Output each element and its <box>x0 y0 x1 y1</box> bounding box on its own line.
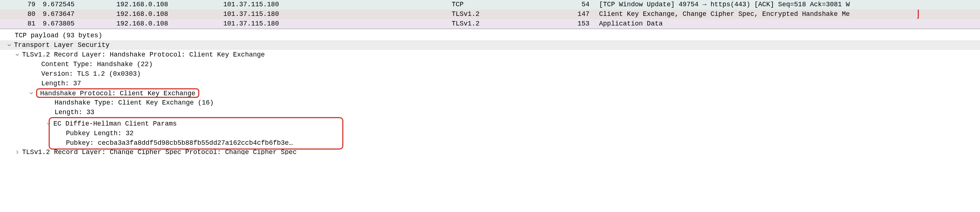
packet-row[interactable]: 81 9.673805 192.168.0.108 101.37.115.180… <box>0 19 980 29</box>
cell-no: 81 <box>0 19 41 28</box>
field-text: Transport Layer Security <box>14 41 110 50</box>
field-text: EC Diffie-Hellman Client Params <box>53 119 177 128</box>
field-text: Pubkey Length: 32 <box>66 129 134 138</box>
cell-time: 9.673805 <box>41 19 114 28</box>
field-text: TLSv1.2 Record Layer: Change Cipher Spec… <box>22 149 297 155</box>
info-text: Client Key Exchange, Change Cipher Spec,… <box>599 10 850 18</box>
cell-info: [TCP Window Update] 49754 → https(443) [… <box>597 0 980 9</box>
cell-no: 79 <box>0 0 41 9</box>
cell-src: 192.168.0.108 <box>114 0 221 9</box>
cell-info: Application Data <box>597 19 980 28</box>
packet-row[interactable]: 80 9.673647 192.168.0.108 101.37.115.180… <box>0 10 980 19</box>
handshake-type-field[interactable]: Handshake Type: Client Key Exchange (16) <box>0 98 980 108</box>
field-text: Handshake Type: Client Key Exchange (16) <box>54 98 214 107</box>
tcp-payload-field[interactable]: TCP payload (93 bytes) <box>0 31 980 40</box>
handshake-protocol[interactable]: Handshake Protocol: Client Key Exchange <box>0 88 980 98</box>
field-text: Length: 33 <box>54 108 94 117</box>
cell-proto: TCP <box>449 0 545 9</box>
field-text: Pubkey: cecba3a3fa8ddf5d98cb5b88fb55dd27… <box>66 138 293 147</box>
tls-root[interactable]: Transport Layer Security <box>0 40 980 50</box>
highlight-annotation: Handshake Protocol: Client Key Exchange <box>36 88 199 98</box>
chevron-right-icon[interactable] <box>15 149 20 155</box>
cell-proto: TLSv1.2 <box>449 10 545 18</box>
field-text: Handshake Protocol: Client Key Exchange <box>40 90 195 97</box>
version-field[interactable]: Version: TLS 1.2 (0x0303) <box>0 69 980 79</box>
cell-time: 9.672545 <box>41 0 114 9</box>
length-field[interactable]: Length: 33 <box>0 108 980 117</box>
cell-dst: 101.37.115.180 <box>221 0 449 9</box>
cell-info: Client Key Exchange, Change Cipher Spec,… <box>597 10 980 18</box>
field-text: Version: TLS 1.2 (0x0303) <box>41 69 141 78</box>
cell-len: 54 <box>545 0 597 9</box>
packet-row[interactable]: 79 9.672545 192.168.0.108 101.37.115.180… <box>0 0 980 10</box>
chevron-down-icon[interactable] <box>29 90 34 96</box>
packet-details-pane: TCP payload (93 bytes) Transport Layer S… <box>0 29 980 155</box>
cell-no: 80 <box>0 10 41 18</box>
cell-dst: 101.37.115.180 <box>221 10 449 18</box>
cell-src: 192.168.0.108 <box>114 19 221 28</box>
content-type-field[interactable]: Content Type: Handshake (22) <box>0 59 980 69</box>
chevron-down-icon[interactable] <box>6 42 12 48</box>
cell-src: 192.168.0.108 <box>114 10 221 18</box>
field-text: Length: 37 <box>41 79 81 88</box>
cell-len: 153 <box>545 19 597 28</box>
field-text: Content Type: Handshake (22) <box>41 60 153 69</box>
ecdh-params[interactable]: EC Diffie-Hellman Client Params <box>53 119 339 128</box>
cell-len: 147 <box>545 10 597 18</box>
length-field[interactable]: Length: 37 <box>0 79 980 88</box>
record-layer[interactable]: TLSv1.2 Record Layer: Handshake Protocol… <box>0 50 980 59</box>
pubkey-field[interactable]: Pubkey: cecba3a3fa8ddf5d98cb5b88fb55dd27… <box>53 138 339 148</box>
cell-dst: 101.37.115.180 <box>221 19 449 28</box>
highlight-annotation: EC Diffie-Hellman Client Params Pubkey L… <box>49 117 344 149</box>
info-text: [TCP Window Update] 49754 → https(443) [… <box>599 1 850 8</box>
packet-list: 79 9.672545 192.168.0.108 101.37.115.180… <box>0 0 980 29</box>
field-text: TLSv1.2 Record Layer: Handshake Protocol… <box>22 50 265 59</box>
record-layer[interactable]: TLSv1.2 Record Layer: Change Cipher Spec… <box>0 149 980 155</box>
chevron-down-icon[interactable] <box>46 121 51 126</box>
cell-time: 9.673647 <box>41 10 114 18</box>
chevron-down-icon[interactable] <box>15 52 20 57</box>
pubkey-length-field[interactable]: Pubkey Length: 32 <box>53 128 339 138</box>
cell-proto: TLSv1.2 <box>449 19 545 28</box>
field-text: TCP payload (93 bytes) <box>15 31 102 40</box>
